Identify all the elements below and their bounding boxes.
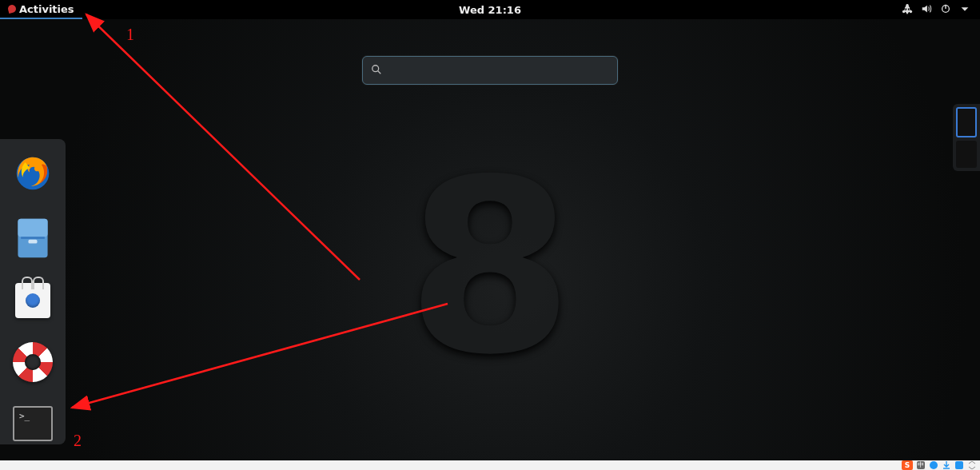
workspace-2[interactable] <box>956 141 977 168</box>
app-files[interactable] <box>12 217 54 259</box>
tray-cloud-icon[interactable] <box>929 460 938 470</box>
files-icon <box>14 217 51 259</box>
clock-label[interactable]: Wed 21:16 <box>459 4 521 16</box>
activities-label: Activities <box>19 3 74 15</box>
tray-download-icon[interactable] <box>942 460 951 470</box>
svg-rect-4 <box>945 4 946 8</box>
app-software[interactable] <box>12 283 54 318</box>
network-icon[interactable] <box>902 3 913 17</box>
power-icon[interactable] <box>940 3 951 17</box>
volume-icon[interactable] <box>921 3 932 17</box>
wallpaper-eight: 8 <box>407 128 574 407</box>
app-firefox[interactable] <box>12 153 54 193</box>
svg-rect-11 <box>28 240 37 244</box>
host-taskbar: S 中 <box>0 460 980 470</box>
workspace-1[interactable] <box>956 107 977 137</box>
search-input[interactable] <box>388 64 609 77</box>
search-bar[interactable] <box>362 56 618 85</box>
svg-rect-9 <box>18 219 47 237</box>
sogou-ime-icon[interactable]: S <box>902 460 913 470</box>
top-bar: Activities Wed 21:16 <box>0 0 980 19</box>
tray-note-icon[interactable] <box>954 460 964 470</box>
dash-dock <box>0 139 66 444</box>
tray-expand-icon[interactable] <box>967 460 977 470</box>
redhat-icon <box>7 4 17 14</box>
workspace-switcher[interactable] <box>953 104 980 171</box>
svg-point-5 <box>372 65 379 71</box>
dropdown-icon[interactable] <box>959 3 970 17</box>
firefox-icon <box>13 153 53 193</box>
activities-button[interactable]: Activities <box>0 0 82 19</box>
system-tray[interactable] <box>902 3 980 17</box>
app-terminal[interactable] <box>12 406 54 441</box>
app-help[interactable] <box>12 342 54 382</box>
svg-rect-10 <box>21 237 45 239</box>
ime-lang-icon[interactable]: 中 <box>916 460 926 470</box>
lifebuoy-icon <box>13 342 53 382</box>
search-icon <box>371 63 388 78</box>
shopping-bag-icon <box>15 283 50 318</box>
terminal-icon <box>13 406 53 441</box>
activities-overview: 8 <box>0 19 980 460</box>
svg-line-6 <box>378 70 381 74</box>
